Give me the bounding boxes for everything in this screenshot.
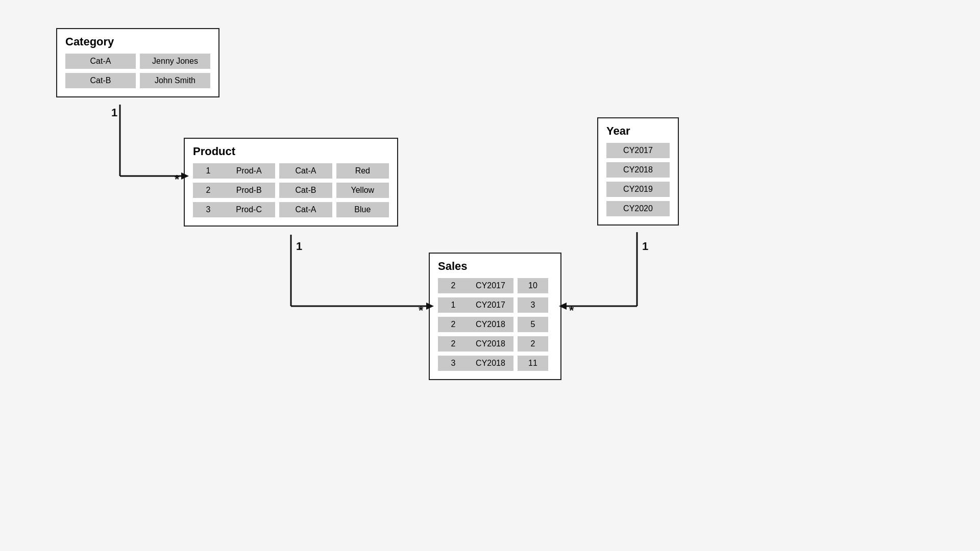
- sales-cell: 5: [518, 317, 548, 332]
- sales-table: Sales 2 CY2017 10 1 CY2017 3 2 CY2018 5 …: [429, 253, 561, 380]
- year-cell: CY2017: [606, 143, 670, 158]
- sales-cell: 2: [518, 336, 548, 352]
- cat-to-prod-one-label: 1: [111, 106, 117, 119]
- category-grid: Cat-A Jenny Jones Cat-B John Smith: [65, 54, 210, 88]
- sales-cell: 11: [518, 356, 548, 371]
- year-grid: CY2017 CY2018 CY2019 CY2020: [606, 143, 670, 216]
- sales-cell: CY2017: [468, 297, 513, 313]
- product-cell: 3: [193, 202, 224, 217]
- year-cell: CY2019: [606, 182, 670, 197]
- sales-cell: 3: [438, 356, 469, 371]
- category-cell: John Smith: [140, 73, 210, 88]
- year-title: Year: [606, 124, 670, 138]
- product-table: Product 1 Prod-A Cat-A Red 2 Prod-B Cat-…: [184, 138, 398, 227]
- product-grid: 1 Prod-A Cat-A Red 2 Prod-B Cat-B Yellow…: [193, 163, 389, 217]
- product-cell: 1: [193, 163, 224, 179]
- sales-title: Sales: [438, 260, 552, 273]
- sales-cell: CY2018: [468, 336, 513, 352]
- product-title: Product: [193, 145, 389, 158]
- sales-cell: 2: [438, 317, 469, 332]
- prod-to-sales-many-label: *: [419, 304, 424, 317]
- category-table: Category Cat-A Jenny Jones Cat-B John Sm…: [56, 28, 219, 97]
- product-cell: 2: [193, 183, 224, 198]
- product-cell: Prod-B: [223, 183, 275, 198]
- product-cell: Blue: [336, 202, 389, 217]
- year-cell: CY2018: [606, 162, 670, 178]
- product-cell: Prod-A: [223, 163, 275, 179]
- sales-cell: CY2017: [468, 278, 513, 293]
- product-cell: Cat-A: [279, 202, 332, 217]
- year-table: Year CY2017 CY2018 CY2019 CY2020: [597, 117, 679, 226]
- year-cell: CY2020: [606, 201, 670, 216]
- product-cell: Red: [336, 163, 389, 179]
- sales-cell: 2: [438, 336, 469, 352]
- category-cell: Cat-A: [65, 54, 136, 69]
- category-cell: Jenny Jones: [140, 54, 210, 69]
- year-to-sales-many-label: *: [569, 304, 574, 317]
- prod-to-sales-one-label: 1: [296, 240, 302, 253]
- product-cell: Yellow: [336, 183, 389, 198]
- sales-cell: 3: [518, 297, 548, 313]
- year-to-sales-one-label: 1: [642, 240, 648, 253]
- product-cell: Cat-A: [279, 163, 332, 179]
- cat-to-prod-many-label: *: [175, 172, 180, 186]
- sales-cell: 10: [518, 278, 548, 293]
- category-title: Category: [65, 35, 210, 48]
- product-cell: Cat-B: [279, 183, 332, 198]
- sales-grid: 2 CY2017 10 1 CY2017 3 2 CY2018 5 2 CY20…: [438, 278, 552, 371]
- category-cell: Cat-B: [65, 73, 136, 88]
- product-cell: Prod-C: [223, 202, 275, 217]
- sales-cell: CY2018: [468, 356, 513, 371]
- sales-cell: 2: [438, 278, 469, 293]
- sales-cell: 1: [438, 297, 469, 313]
- sales-cell: CY2018: [468, 317, 513, 332]
